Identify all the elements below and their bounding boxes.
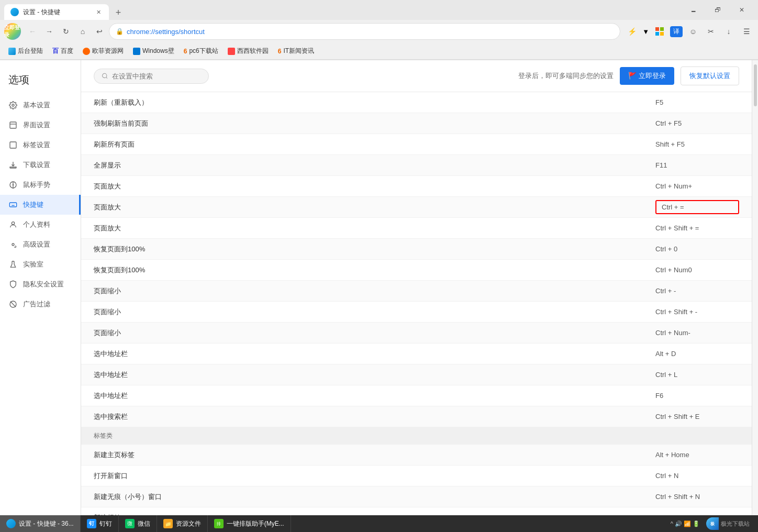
bookmark-pc6[interactable]: 6 pc6下载站 — [180, 46, 222, 57]
microsoft-icon[interactable] — [652, 24, 667, 39]
bookmark-windows[interactable]: Windows壁 — [129, 46, 179, 57]
bookmarks-bar: 后台登陆 百 百度 欧菲资源网 Windows壁 6 pc6下载站 西西软件园 … — [0, 43, 758, 60]
sidebar-item-adblock[interactable]: 广告过滤 — [0, 294, 81, 314]
sidebar-label-basic: 基本设置 — [23, 101, 50, 110]
svg-point-0 — [12, 104, 14, 106]
sidebar-item-mouse[interactable]: 鼠标手势 — [0, 175, 81, 195]
sidebar-label-lab: 实验室 — [23, 260, 43, 269]
taskbar-wechat-icon: 微 — [125, 519, 135, 528]
address-text: chrome://settings/shortcut — [127, 28, 614, 36]
shortcut-row-new-tab: 新建标签 Ctrl + T — [81, 507, 752, 516]
bookmark-itnews[interactable]: 6 IT新闻资讯 — [274, 46, 318, 57]
address-lock-icon: 🔒 — [116, 28, 124, 35]
emoji-button[interactable]: ☺ — [686, 24, 700, 39]
active-tab[interactable]: 设置 - 快捷键 ✕ — [4, 4, 109, 20]
taskbar: 设置 - 快捷键 - 36... 钉 钉钉 微 微信 📁 资源文件 排 一键排版… — [0, 515, 758, 532]
sidebar-label-shortcut: 快捷键 — [23, 200, 43, 209]
advanced-icon — [8, 240, 18, 249]
scissors-icon[interactable]: ✂ — [704, 24, 718, 39]
shortcut-row-zoom-out-num: 页面缩小 Ctrl + Num- — [81, 323, 752, 343]
sidebar-item-tab[interactable]: 标签设置 — [0, 135, 81, 155]
taskbar-item-tool[interactable]: 排 一键排版助手(MyE... — [208, 515, 291, 532]
taskbar-item-files[interactable]: 📁 资源文件 — [157, 515, 208, 532]
svg-rect-7 — [9, 203, 16, 207]
taskbar-item-dingding[interactable]: 钉 钉钉 — [81, 515, 119, 532]
sidebar: 选项 基本设置 界面设置 标签设置 下载设置 — [0, 60, 81, 516]
download-icon[interactable]: ↓ — [721, 24, 736, 39]
shortcut-row-zoom-in-shift: 页面放大 Ctrl + Shift + = — [81, 218, 752, 239]
sidebar-item-privacy[interactable]: 隐私安全设置 — [0, 274, 81, 294]
sidebar-item-shortcut[interactable]: 快捷键 — [0, 195, 81, 215]
scrollbar-thumb[interactable] — [754, 64, 757, 106]
privacy-icon — [8, 280, 18, 289]
address-bar[interactable]: 🔒 chrome://settings/shortcut — [109, 23, 620, 40]
svg-point-14 — [12, 243, 14, 246]
window-minimize-button[interactable]: 🗕 — [682, 0, 706, 20]
search-icon — [102, 72, 108, 80]
undo-button[interactable]: ↩ — [92, 24, 107, 39]
forward-button[interactable]: → — [42, 24, 57, 39]
taskbar-item-browser[interactable]: 设置 - 快捷键 - 36... — [0, 515, 81, 532]
sidebar-label-tab: 标签设置 — [23, 140, 50, 150]
taskbar-files-icon: 📁 — [163, 519, 173, 528]
window-maximize-button[interactable]: 🗗 — [706, 0, 730, 20]
download-icon — [8, 160, 18, 170]
window-close-button[interactable]: ✕ — [730, 0, 754, 20]
shortcut-row-zoom-in-num: 页面放大 Ctrl + Num+ — [81, 176, 752, 197]
svg-line-18 — [106, 77, 107, 78]
search-box[interactable] — [94, 69, 209, 84]
svg-rect-3 — [10, 142, 16, 148]
sidebar-item-advanced[interactable]: 高级设置 — [0, 235, 81, 254]
sidebar-item-download[interactable]: 下载设置 — [0, 155, 81, 175]
lab-icon — [8, 260, 18, 269]
sidebar-item-lab[interactable]: 实验室 — [0, 254, 81, 274]
bookmark-oufei[interactable]: 欧菲资源网 — [79, 46, 128, 57]
shortcut-row-address-alt: 选中地址栏 Alt + D — [81, 343, 752, 364]
translate-button[interactable]: 译 — [670, 26, 683, 37]
sidebar-label-mouse: 鼠标手势 — [23, 180, 50, 190]
taskbar-item-wechat[interactable]: 微 微信 — [119, 515, 157, 532]
shortcut-row-search-bar: 选中搜索栏 Ctrl + Shift + E — [81, 406, 752, 427]
sidebar-title: 选项 — [0, 69, 81, 95]
new-tab-button[interactable]: + — [111, 5, 126, 20]
shortcut-row-restore-100-num0: 恢复页面到100% Ctrl + Num0 — [81, 260, 752, 281]
extensions-icon[interactable]: ⚡ — [625, 24, 639, 39]
sidebar-item-profile[interactable]: 个人资料 — [0, 215, 81, 235]
shortcut-row-new-home-tab: 新建主页标签 Alt + Home — [81, 445, 752, 465]
chevron-down-icon[interactable]: ▼ — [642, 28, 649, 36]
tab-close-button[interactable]: ✕ — [94, 8, 103, 16]
jiguang-logo: 极 — [706, 517, 719, 530]
scrollbar[interactable] — [752, 60, 758, 516]
shortcut-row-zoom-in-eq: 页面放大 Ctrl + = — [81, 197, 752, 218]
refresh-button[interactable]: ↻ — [59, 24, 73, 39]
sidebar-label-adblock: 广告过滤 — [23, 300, 50, 309]
bookmark-xixi[interactable]: 西西软件园 — [224, 46, 273, 57]
home-button[interactable]: ⌂ — [75, 24, 90, 39]
keyboard-icon — [8, 200, 18, 209]
sidebar-label-advanced: 高级设置 — [23, 240, 50, 249]
ui-icon — [8, 120, 18, 130]
bookmark-backend[interactable]: 后台登陆 — [4, 46, 47, 57]
jiguang-label: 极光下载站 — [721, 520, 750, 528]
shortcut-row-address-f6: 选中地址栏 F6 — [81, 385, 752, 406]
tab-favicon — [10, 8, 19, 16]
shortcut-row-restore-100-0: 恢复页面到100% Ctrl + 0 — [81, 239, 752, 260]
search-input[interactable] — [112, 72, 201, 80]
bookmark-baidu[interactable]: 百 百度 — [48, 46, 77, 57]
address-bar-row: 立即登录 ← → ↻ ⌂ ↩ 🔒 chrome://settings/short… — [0, 20, 758, 43]
sidebar-item-basic[interactable]: 基本设置 — [0, 95, 81, 115]
user-avatar[interactable]: 立即登录 — [4, 23, 21, 40]
sidebar-item-ui[interactable]: 界面设置 — [0, 115, 81, 135]
svg-line-16 — [10, 302, 16, 307]
menu-button[interactable]: ☰ — [739, 24, 754, 39]
login-button[interactable]: 🚩 立即登录 — [620, 67, 674, 85]
mouse-icon — [8, 180, 18, 190]
back-button[interactable]: ← — [25, 24, 40, 39]
reset-button[interactable]: 恢复默认设置 — [681, 66, 739, 85]
shortcut-row-address-ctrl: 选中地址栏 Ctrl + L — [81, 364, 752, 385]
shortcut-row-refresh-all: 刷新所有页面 Shift + F5 — [81, 134, 752, 155]
browser-chrome: 设置 - 快捷键 ✕ + 🗕 🗗 ✕ 立即登录 ← → ↻ ⌂ ↩ 🔒 chro… — [0, 0, 758, 60]
window-controls: 🗕 🗗 ✕ — [682, 0, 758, 20]
shortcut-row-incognito-window: 新建无痕（小号）窗口 Ctrl + Shift + N — [81, 486, 752, 507]
sidebar-label-profile: 个人资料 — [23, 220, 50, 229]
